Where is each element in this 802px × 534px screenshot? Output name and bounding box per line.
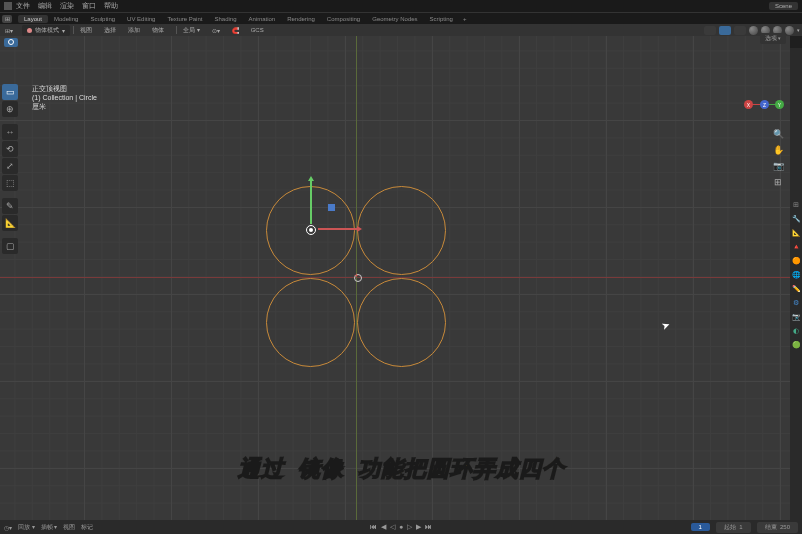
prop-constraints-icon[interactable]: ◐ [790, 324, 802, 338]
scene-label: Scene [775, 3, 792, 9]
marker-menu[interactable]: 标记 [81, 523, 93, 532]
menu-help[interactable]: 帮助 [104, 1, 118, 11]
prop-particles-icon[interactable]: ⚙ [790, 296, 802, 310]
prop-modifier-icon[interactable]: ✏️ [790, 282, 802, 296]
gcs-label[interactable]: GCS [248, 27, 267, 33]
current-frame-input[interactable]: 1 [691, 523, 710, 531]
prop-world-icon[interactable]: 🟠 [790, 254, 802, 268]
jump-end-button[interactable]: ⏭ [425, 523, 432, 531]
zoom-icon[interactable]: 🔍 [772, 128, 784, 140]
play-reverse-button[interactable]: ◁ [390, 523, 395, 531]
nav-y-axis[interactable]: Y [775, 100, 784, 109]
orientation-dropdown[interactable]: 全局 ▾ [180, 26, 203, 35]
jump-start-button[interactable]: ⏮ [370, 523, 377, 531]
add-workspace-button[interactable]: + [463, 16, 467, 22]
tool-move[interactable]: ↔ [2, 124, 18, 140]
tool-cursor[interactable]: ⊕ [2, 101, 18, 117]
viewport-info: 正交顶视图 (1) Collection | Circle 厘米 [32, 84, 97, 111]
shading-dropdown-icon[interactable]: ▾ [797, 27, 800, 33]
timeline-view-menu[interactable]: 视图 [63, 523, 75, 532]
tool-select-box[interactable]: ▭ [2, 84, 18, 100]
tool-transform[interactable]: ⬚ [2, 175, 18, 191]
tool-rotate[interactable]: ⟲ [2, 141, 18, 157]
viewport-3d[interactable]: 正交顶视图 (1) Collection | Circle 厘米 ▭ ⊕ ↔ ⟲… [0, 36, 802, 520]
play-button[interactable]: ▷ [407, 523, 412, 531]
pan-icon[interactable]: ✋ [772, 144, 784, 156]
start-frame-input[interactable]: 起始 1 [716, 522, 751, 533]
prop-output-icon[interactable]: 🔧 [790, 212, 802, 226]
workspace-tab-texture[interactable]: Texture Paint [161, 16, 208, 22]
options-dropdown[interactable]: 选项 [760, 33, 786, 44]
menu-edit[interactable]: 编辑 [38, 1, 52, 11]
tool-add-cube[interactable]: ▢ [2, 238, 18, 254]
scene-selector[interactable]: Scene [769, 2, 798, 10]
tool-measure[interactable]: 📐 [2, 215, 18, 231]
timeline-editor-icon[interactable]: ◷▾ [4, 524, 12, 531]
workspace-tab-scripting[interactable]: Scripting [424, 16, 459, 22]
prop-scene-icon[interactable]: 🔺 [790, 240, 802, 254]
mode-selector[interactable]: 物体模式 ▾ [22, 25, 70, 36]
timeline-bar: ◷▾ 回放 ▾ 插帧 ▾ 视图 标记 ⏮ ◀ ◁ ● ▷ ▶ ⏭ 1 起始 1 … [0, 520, 802, 534]
object-origin-icon [304, 223, 318, 237]
view-menu[interactable]: 视图 [77, 26, 95, 35]
collection-label: (1) Collection | Circle [32, 93, 97, 102]
gizmo-toggle-icon[interactable] [704, 26, 716, 35]
perspective-toggle-icon[interactable]: ⊞ [772, 176, 784, 188]
jump-prev-key-button[interactable]: ◀ [381, 523, 386, 531]
editor-dropdown-icon[interactable]: ⊞▾ [2, 27, 16, 34]
nav-x-axis[interactable]: X [744, 100, 753, 109]
xray-toggle-icon[interactable] [734, 26, 746, 35]
workspace-tab-geonodes[interactable]: Geometry Nodes [366, 16, 423, 22]
workspace-tab-modeling[interactable]: Modeling [48, 16, 84, 22]
record-button[interactable]: ● [399, 523, 403, 531]
object-mode-icon [27, 28, 32, 33]
units-label: 厘米 [32, 102, 97, 111]
gizmo-x-axis[interactable] [318, 228, 358, 230]
select-box-tool-icon[interactable] [4, 38, 18, 47]
menu-file[interactable]: 文件 [16, 1, 30, 11]
circle-object-2[interactable] [357, 186, 446, 275]
editor-type-icon[interactable] [2, 15, 12, 23]
prop-render-icon[interactable]: ⊞ [790, 198, 802, 212]
select-menu[interactable]: 选择 [101, 26, 119, 35]
prop-physics-icon[interactable]: 📷 [790, 310, 802, 324]
gizmo-xy-plane[interactable] [328, 204, 335, 211]
camera-view-icon[interactable]: 📷 [772, 160, 784, 172]
tool-annotate[interactable]: ✎ [2, 198, 18, 214]
overlay-toggle-icon[interactable] [719, 26, 731, 35]
left-toolbar: ▭ ⊕ ↔ ⟲ ⤢ ⬚ ✎ 📐 ▢ [2, 84, 18, 254]
snap-toggle[interactable]: 🧲 [229, 27, 242, 34]
workspace-tab-compositing[interactable]: Compositing [321, 16, 366, 22]
cursor-3d-icon [352, 272, 362, 282]
shading-wireframe-icon[interactable] [749, 26, 758, 35]
workspace-tab-shading[interactable]: Shading [208, 16, 242, 22]
prop-viewlayer-icon[interactable]: 📐 [790, 226, 802, 240]
workspace-tab-sculpting[interactable]: Sculpting [84, 16, 121, 22]
add-menu[interactable]: 添加 [125, 26, 143, 35]
navigation-gizmo[interactable]: X Z Y [744, 84, 784, 124]
circle-object-3[interactable] [266, 278, 355, 367]
object-menu[interactable]: 物体 [149, 26, 167, 35]
nav-z-axis[interactable]: Z [760, 100, 769, 109]
playback-menu[interactable]: 回放 ▾ [18, 523, 35, 532]
circle-object-4[interactable] [357, 278, 446, 367]
workspace-tab-rendering[interactable]: Rendering [281, 16, 321, 22]
jump-next-key-button[interactable]: ▶ [416, 523, 421, 531]
prop-data-icon[interactable]: 🟢 [790, 338, 802, 352]
app-logo-icon [4, 2, 12, 10]
end-frame-input[interactable]: 结束 250 [757, 522, 798, 533]
prop-object-icon[interactable]: 🌐 [790, 268, 802, 282]
workspace-tab-uv[interactable]: UV Editing [121, 16, 161, 22]
properties-panel: ⊞ 🔧 📐 🔺 🟠 🌐 ✏️ ⚙ 📷 ◐ 🟢 [790, 36, 802, 520]
pivot-dropdown[interactable]: ⊙▾ [209, 27, 223, 34]
shading-rendered-icon[interactable] [785, 26, 794, 35]
properties-header [790, 36, 802, 48]
workspace-tab-layout[interactable]: Layout [18, 15, 48, 23]
tool-scale[interactable]: ⤢ [2, 158, 18, 174]
menu-window[interactable]: 窗口 [82, 1, 96, 11]
gizmo-y-axis[interactable] [310, 180, 312, 224]
chevron-down-icon: ▾ [62, 27, 65, 34]
keying-menu[interactable]: 插帧 ▾ [41, 523, 58, 532]
menu-render[interactable]: 渲染 [60, 1, 74, 11]
workspace-tab-animation[interactable]: Animation [242, 16, 281, 22]
